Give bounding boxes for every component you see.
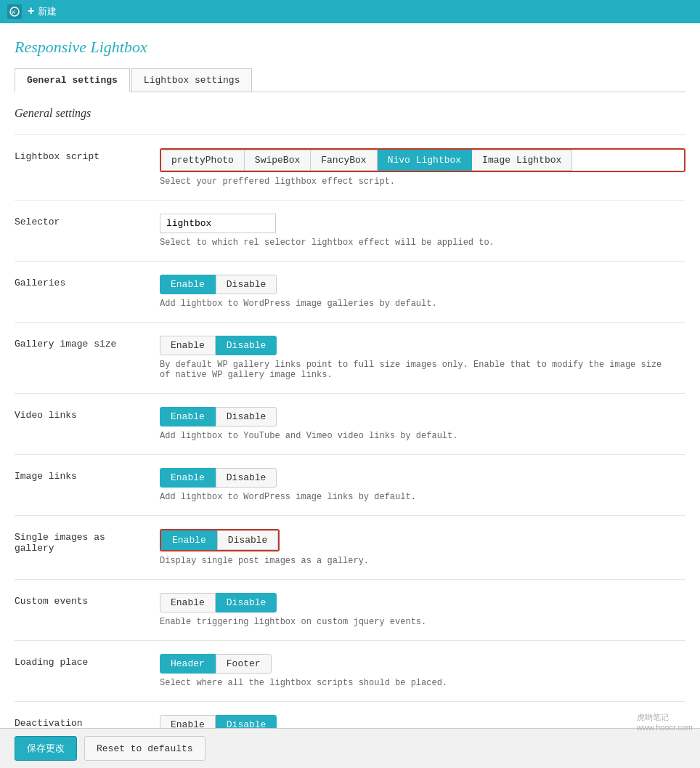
loading-place-btn-header[interactable]: Header bbox=[160, 654, 216, 674]
new-label: 新建 bbox=[38, 5, 57, 18]
control-lightbox-script: prettyPhoto SwipeBox FancyBox Nivo Light… bbox=[160, 148, 685, 187]
label-custom-events: Custom events bbox=[15, 593, 160, 607]
tab-lightbox-settings[interactable]: Lightbox settings bbox=[131, 68, 253, 92]
label-loading-place: Loading place bbox=[15, 654, 160, 668]
label-gallery-image-size: Gallery image size bbox=[15, 336, 160, 349]
svg-text:W: W bbox=[12, 9, 15, 15]
lightbox-script-button-group: prettyPhoto SwipeBox FancyBox Nivo Light… bbox=[160, 148, 685, 172]
reset-button[interactable]: Reset to defaults bbox=[84, 736, 205, 761]
control-selector: Select to which rel selector lightbox ef… bbox=[160, 214, 685, 248]
setting-gallery-image-size: Gallery image size Enable Disable By def… bbox=[15, 322, 685, 393]
section-title: General settings bbox=[15, 107, 685, 120]
desc-custom-events: Enable triggering lightbox on custom jqu… bbox=[160, 617, 685, 627]
setting-galleries: Galleries Enable Disable Add lightbox to… bbox=[15, 261, 685, 322]
video-links-button-group: Enable Disable bbox=[160, 407, 685, 427]
label-single-images-as-gallery: Single images as gallery bbox=[15, 529, 160, 554]
plus-icon: + bbox=[28, 5, 35, 18]
gallery-image-size-btn-disable[interactable]: Disable bbox=[216, 336, 277, 355]
single-images-btn-enable[interactable]: Enable bbox=[161, 530, 217, 550]
label-lightbox-script: Lightbox script bbox=[15, 148, 160, 162]
label-selector: Selector bbox=[15, 214, 160, 227]
control-gallery-image-size: Enable Disable By default WP gallery lin… bbox=[160, 336, 685, 380]
setting-single-images-as-gallery: Single images as gallery Enable Disable … bbox=[15, 515, 685, 579]
single-images-btn-disable[interactable]: Disable bbox=[217, 530, 279, 550]
desc-selector: Select to which rel selector lightbox ef… bbox=[160, 238, 685, 248]
settings-container: Lightbox script prettyPhoto SwipeBox Fan… bbox=[15, 134, 685, 763]
custom-events-btn-enable[interactable]: Enable bbox=[160, 593, 216, 613]
lightbox-btn-fancybox[interactable]: FancyBox bbox=[311, 150, 377, 171]
control-galleries: Enable Disable Add lightbox to WordPress… bbox=[160, 275, 685, 309]
desc-single-images-as-gallery: Display single post images as a gallery. bbox=[160, 556, 685, 566]
video-links-btn-disable[interactable]: Disable bbox=[216, 407, 277, 427]
lightbox-btn-prettyphoto[interactable]: prettyPhoto bbox=[161, 150, 245, 171]
galleries-btn-disable[interactable]: Disable bbox=[216, 275, 277, 294]
image-links-btn-enable[interactable]: Enable bbox=[160, 468, 216, 488]
custom-events-btn-disable[interactable]: Disable bbox=[216, 593, 277, 613]
galleries-btn-enable[interactable]: Enable bbox=[160, 275, 216, 294]
save-button[interactable]: 保存更改 bbox=[15, 736, 77, 761]
page-title: Responsive Lightbox bbox=[15, 38, 685, 57]
gallery-image-size-btn-enable[interactable]: Enable bbox=[160, 336, 216, 355]
setting-image-links: Image links Enable Disable Add lightbox … bbox=[15, 454, 685, 515]
watermark-line2: www.hoocr.com bbox=[637, 723, 693, 732]
lightbox-btn-nivo[interactable]: Nivo Lightbox bbox=[378, 150, 472, 171]
selector-input[interactable] bbox=[160, 214, 276, 233]
control-single-images-as-gallery: Enable Disable Display single post image… bbox=[160, 529, 685, 566]
setting-loading-place: Loading place Header Footer Select where… bbox=[15, 640, 685, 701]
tabs: General settings Lightbox settings bbox=[15, 68, 685, 92]
video-links-btn-enable[interactable]: Enable bbox=[160, 407, 216, 427]
page-wrap: Responsive Lightbox General settings Lig… bbox=[0, 23, 700, 768]
setting-custom-events: Custom events Enable Disable Enable trig… bbox=[15, 579, 685, 640]
desc-galleries: Add lightbox to WordPress image gallerie… bbox=[160, 299, 685, 309]
desc-lightbox-script: Select your preffered ligthbox effect sc… bbox=[160, 177, 685, 187]
image-links-button-group: Enable Disable bbox=[160, 468, 685, 488]
desc-gallery-image-size: By default WP gallery links point to ful… bbox=[160, 360, 685, 380]
loading-place-button-group: Header Footer bbox=[160, 654, 685, 674]
gallery-image-size-button-group: Enable Disable bbox=[160, 336, 685, 355]
label-deactivation: Deactivation bbox=[15, 715, 160, 729]
new-post-button[interactable]: + 新建 bbox=[28, 5, 57, 18]
label-image-links: Image links bbox=[15, 468, 160, 482]
control-custom-events: Enable Disable Enable triggering lightbo… bbox=[160, 593, 685, 627]
label-galleries: Galleries bbox=[15, 275, 160, 288]
control-image-links: Enable Disable Add lightbox to WordPress… bbox=[160, 468, 685, 502]
watermark: 虎哟笔记 www.hoocr.com bbox=[637, 712, 693, 732]
label-video-links: Video links bbox=[15, 407, 160, 421]
tab-general-settings[interactable]: General settings bbox=[15, 68, 130, 92]
control-loading-place: Header Footer Select where all the light… bbox=[160, 654, 685, 688]
setting-video-links: Video links Enable Disable Add lightbox … bbox=[15, 393, 685, 454]
desc-image-links: Add lightbox to WordPress image links by… bbox=[160, 492, 685, 502]
setting-lightbox-script: Lightbox script prettyPhoto SwipeBox Fan… bbox=[15, 134, 685, 200]
watermark-line1: 虎哟笔记 bbox=[637, 712, 693, 723]
lightbox-btn-swipebox[interactable]: SwipeBox bbox=[245, 150, 311, 171]
wp-logo: W bbox=[7, 4, 22, 19]
desc-video-links: Add lightbox to YouTube and Vimeo video … bbox=[160, 431, 685, 441]
image-links-btn-disable[interactable]: Disable bbox=[216, 468, 277, 488]
desc-loading-place: Select where all the lightbox scripts sh… bbox=[160, 678, 685, 688]
setting-selector: Selector Select to which rel selector li… bbox=[15, 200, 685, 261]
footer-bar: 保存更改 Reset to defaults bbox=[0, 728, 700, 768]
galleries-button-group: Enable Disable bbox=[160, 275, 685, 294]
admin-bar: W + 新建 bbox=[0, 0, 700, 23]
lightbox-btn-image[interactable]: Image Lightbox bbox=[472, 150, 572, 171]
custom-events-button-group: Enable Disable bbox=[160, 593, 685, 613]
single-images-button-group: Enable Disable bbox=[160, 529, 280, 551]
loading-place-btn-footer[interactable]: Footer bbox=[216, 654, 272, 674]
control-video-links: Enable Disable Add lightbox to YouTube a… bbox=[160, 407, 685, 441]
